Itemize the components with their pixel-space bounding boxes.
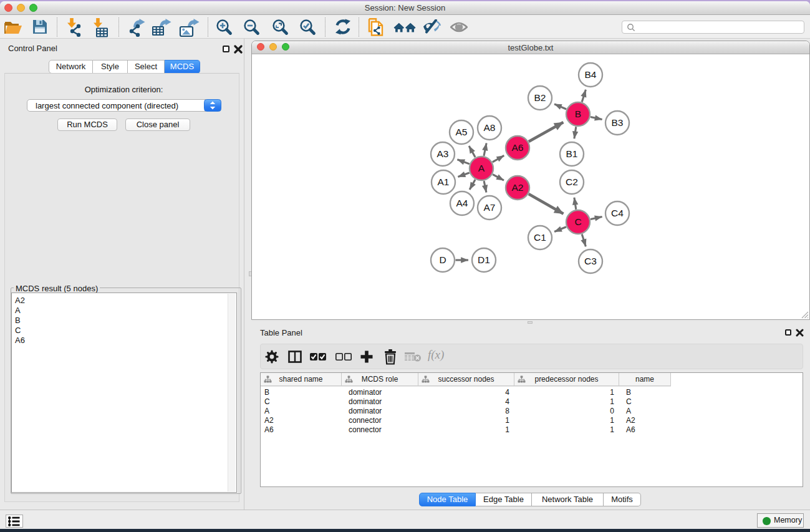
svg-text:A5: A5	[456, 127, 468, 137]
svg-text:C: C	[574, 216, 581, 227]
svg-text:B4: B4	[585, 69, 597, 80]
svg-text:C3: C3	[584, 256, 597, 266]
svg-text:A7: A7	[484, 202, 496, 213]
svg-text:C1: C1	[534, 232, 546, 243]
svg-text:C2: C2	[566, 177, 578, 187]
svg-text:A3: A3	[437, 148, 449, 159]
svg-text:B: B	[575, 109, 581, 119]
svg-text:B3: B3	[612, 117, 624, 128]
svg-text:A4: A4	[456, 198, 468, 208]
svg-text:D1: D1	[478, 254, 490, 265]
svg-text:B1: B1	[566, 148, 578, 159]
svg-text:B2: B2	[534, 92, 546, 103]
svg-text:A1: A1	[438, 177, 450, 187]
svg-text:A2: A2	[512, 182, 524, 193]
svg-text:C4: C4	[611, 208, 624, 218]
svg-text:A: A	[478, 163, 485, 173]
svg-text:D: D	[439, 254, 446, 265]
svg-text:A6: A6	[512, 142, 524, 153]
svg-text:A8: A8	[484, 122, 496, 133]
